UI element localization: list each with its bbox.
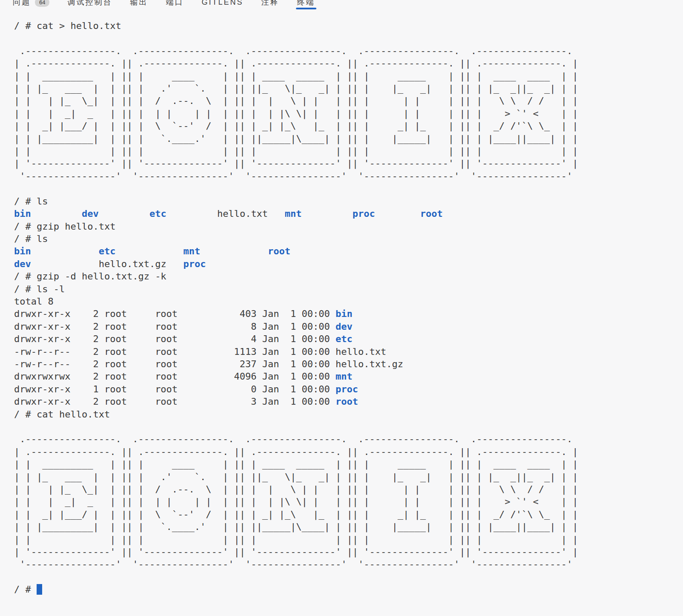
ascii-banner-line: .----------------. .----------------. .-… <box>14 433 683 445</box>
terminal-blank-line <box>14 182 683 195</box>
terminal-cursor <box>37 584 42 595</box>
terminal-blank-line <box>14 420 683 433</box>
terminal-line: dev hello.txt.gz proc <box>14 258 683 270</box>
terminal-line: drwxr-xr-x 2 root root 4 Jan 1 00:00 etc <box>14 333 683 345</box>
terminal-line: drwxr-xr-x 2 root root 8 Jan 1 00:00 dev <box>14 320 683 333</box>
tab-label: 端口 <box>166 0 184 7</box>
ascii-banner-line: '----------------' '----------------' '-… <box>14 558 683 570</box>
tab-label: 输出 <box>130 0 148 7</box>
terminal-line: / # gzip hello.txt <box>14 220 683 233</box>
terminal-line: drwxr-xr-x 1 root root 0 Jan 1 00:00 pro… <box>14 383 683 395</box>
terminal-line: total 8 <box>14 295 683 308</box>
tab-debug-console[interactable]: 调试控制台 <box>67 0 112 9</box>
ascii-banner-line: | | | _| _ | || | | | | | | || | | |\ \|… <box>14 107 683 120</box>
ascii-banner-line: | | |_________| | || | `.____.' | || ||_… <box>14 521 683 533</box>
ascii-banner-line: | | | || | | || | | || | | || | | | <box>14 145 683 157</box>
ascii-banner-line: | | | || | | || | | || | | || | | | <box>14 533 683 546</box>
tab-label: GITLENS <box>201 0 243 7</box>
terminal-line: drwxr-xr-x 2 root root 403 Jan 1 00:00 b… <box>14 308 683 320</box>
terminal-line: drwxr-xr-x 2 root root 3 Jan 1 00:00 roo… <box>14 395 683 408</box>
terminal-blank-line <box>14 32 683 44</box>
tab-terminal[interactable]: 终端 <box>297 0 315 9</box>
ascii-banner-line: | | |_________| | || | `.____.' | || ||_… <box>14 132 683 145</box>
terminal-line: bin etc mnt root <box>14 245 683 257</box>
terminal-line: / # gzip -d hello.txt.gz -k <box>14 270 683 282</box>
terminal-line: / # cat hello.txt <box>14 408 683 420</box>
ascii-banner-line: | '--------------' || '--------------' |… <box>14 157 683 170</box>
tab-label: 问题 <box>13 0 31 7</box>
ascii-banner-line: | | _________ | || | ____ | || | ____ __… <box>14 458 683 470</box>
panel-tab-bar: 问题64调试控制台输出端口GITLENS注释终端 <box>0 0 683 9</box>
terminal-line: drwxrwxrwx 2 root root 4096 Jan 1 00:00 … <box>14 370 683 383</box>
terminal-line: -rw-r--r-- 2 root root 1113 Jan 1 00:00 … <box>14 345 683 358</box>
ascii-banner-line: | | |_ ___ | | || | .' `. | || ||_ \|_ _… <box>14 471 683 483</box>
tab-comments[interactable]: 注释 <box>261 0 279 9</box>
ascii-banner-line: | | _| |___/ | | || | \ `--' / | || | _|… <box>14 508 683 521</box>
tabs-row: 问题64调试控制台输出端口GITLENS注释终端 <box>13 0 315 9</box>
ascii-banner-line: | | _________ | || | ____ | || | ____ __… <box>14 70 683 82</box>
tab-problems[interactable]: 问题64 <box>13 0 49 9</box>
tab-label: 调试控制台 <box>67 0 112 7</box>
prompt-line: / # <box>14 583 683 596</box>
ascii-banner-line: | | _| |___/ | | || | \ `--' / | || | _|… <box>14 120 683 132</box>
ascii-banner-line: | | | |_ \_| | || | / .--. \ | || | | \ … <box>14 483 683 495</box>
terminal[interactable]: / # cat > hello.txt .----------------. .… <box>0 9 683 596</box>
terminal-blank-line <box>14 571 683 583</box>
tab-label: 终端 <box>297 0 315 7</box>
problems-count-badge: 64 <box>35 0 49 7</box>
terminal-line: / # ls <box>14 195 683 207</box>
ascii-banner-line: .----------------. .----------------. .-… <box>14 45 683 57</box>
ascii-banner-line: | .--------------. || .--------------. |… <box>14 57 683 69</box>
terminal-line: / # ls -l <box>14 283 683 295</box>
tab-label: 注释 <box>261 0 279 7</box>
ascii-banner-line: | '--------------' || '--------------' |… <box>14 546 683 558</box>
terminal-line: / # cat > hello.txt <box>14 20 683 32</box>
tab-ports[interactable]: 端口 <box>166 0 184 9</box>
terminal-line: -rw-r--r-- 2 root root 237 Jan 1 00:00 h… <box>14 358 683 370</box>
ascii-banner-line: | | | _| _ | || | | | | | | || | | |\ \|… <box>14 495 683 508</box>
terminal-output: / # cat > hello.txt .----------------. .… <box>14 20 683 596</box>
tab-gitlens[interactable]: GITLENS <box>201 0 243 9</box>
ascii-banner-line: | | | |_ \_| | || | / .--. \ | || | | \ … <box>14 95 683 107</box>
ascii-banner-line: | .--------------. || .--------------. |… <box>14 446 683 458</box>
terminal-line: / # ls <box>14 233 683 245</box>
tab-output[interactable]: 输出 <box>130 0 148 9</box>
ascii-banner-line: | | |_ ___ | | || | .' `. | || ||_ \|_ _… <box>14 82 683 95</box>
ascii-banner-line: '----------------' '----------------' '-… <box>14 170 683 182</box>
terminal-line: bin dev etc hello.txt mnt proc root <box>14 207 683 220</box>
